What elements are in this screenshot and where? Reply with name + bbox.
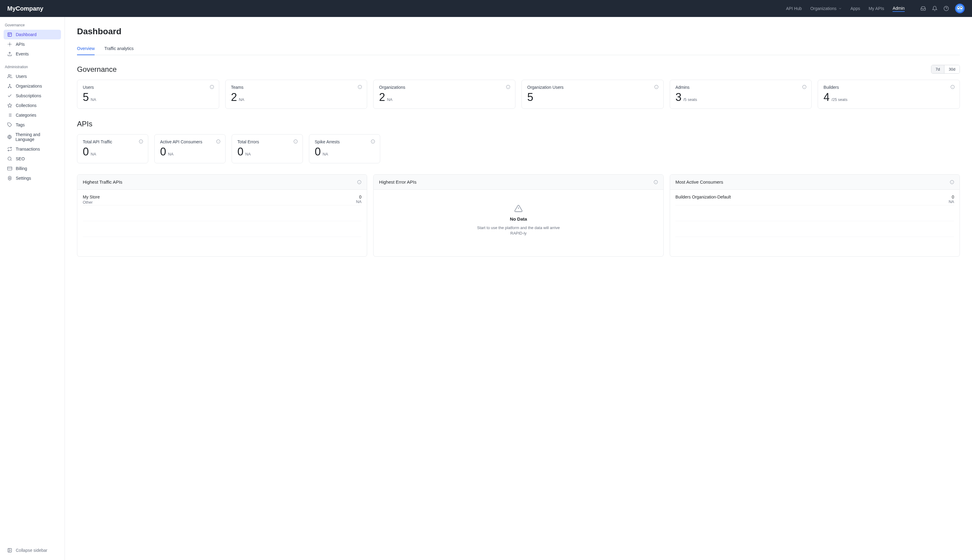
sidebar-item-label: Tags bbox=[16, 122, 25, 127]
sidebar-item-label: Subscriptions bbox=[16, 93, 41, 98]
sidebar-item-seo[interactable]: SEO bbox=[3, 154, 61, 163]
panel-row-empty bbox=[675, 237, 954, 253]
section-header-governance: Governance 7d 30d bbox=[77, 65, 960, 73]
info-icon[interactable] bbox=[506, 85, 510, 89]
svg-point-5 bbox=[9, 43, 10, 45]
sidebar-item-theming[interactable]: Theming and Language bbox=[3, 130, 61, 144]
sidebar-item-collections[interactable]: Collections bbox=[3, 101, 61, 110]
sidebar-item-subscriptions[interactable]: Subscriptions bbox=[3, 91, 61, 101]
metric-organizations: Organizations 2 NA bbox=[373, 80, 515, 109]
info-icon[interactable] bbox=[371, 139, 375, 143]
panel-row[interactable]: My Store Other 0 NA bbox=[83, 190, 361, 205]
page-title: Dashboard bbox=[77, 27, 960, 37]
metric-builders: Builders 4 /25 seats bbox=[818, 80, 960, 109]
list-icon bbox=[7, 113, 12, 118]
tabs: Overview Traffic analytics bbox=[77, 46, 960, 55]
sidebar-item-label: Collections bbox=[16, 103, 37, 108]
info-icon[interactable] bbox=[294, 139, 298, 143]
period-30d[interactable]: 30d bbox=[944, 65, 960, 73]
nav-my-apis[interactable]: My APIs bbox=[868, 6, 884, 11]
sidebar-item-label: Dashboard bbox=[16, 32, 37, 37]
nav-apps[interactable]: Apps bbox=[850, 6, 860, 11]
globe-icon bbox=[7, 135, 12, 139]
empty-title: No Data bbox=[510, 217, 527, 222]
metric-value: 5 bbox=[83, 91, 89, 103]
org-icon bbox=[7, 83, 12, 88]
panels-row: Highest Traffic APIs My Store Other 0 NA bbox=[77, 174, 960, 257]
sidebar-item-label: SEO bbox=[16, 157, 25, 161]
info-icon[interactable] bbox=[210, 85, 214, 89]
brand-logo[interactable]: MyCompany bbox=[7, 5, 43, 12]
nav-admin[interactable]: Admin bbox=[893, 6, 905, 12]
info-icon[interactable] bbox=[802, 85, 807, 89]
info-icon[interactable] bbox=[358, 85, 362, 89]
panel-active-consumers: Most Active Consumers Builders Organizat… bbox=[670, 174, 960, 257]
panel-row[interactable]: Builders Organization-Default 0 NA bbox=[675, 190, 954, 205]
sidebar-item-dashboard[interactable]: Dashboard bbox=[3, 30, 61, 39]
metric-value: 5 bbox=[527, 91, 533, 103]
metric-suffix: NA bbox=[322, 152, 328, 157]
sidebar-item-label: Theming and Language bbox=[15, 132, 57, 142]
credit-card-icon bbox=[7, 166, 12, 171]
panel-row-delta: NA bbox=[356, 199, 361, 204]
info-icon[interactable] bbox=[357, 180, 361, 184]
metric-active-consumers: Active API Consumers 0 NA bbox=[154, 134, 225, 163]
info-icon[interactable] bbox=[216, 139, 220, 143]
info-icon[interactable] bbox=[950, 180, 954, 184]
tab-overview[interactable]: Overview bbox=[77, 46, 95, 55]
sidebar-item-users[interactable]: Users bbox=[3, 72, 61, 81]
metric-teams: Teams 2 NA bbox=[225, 80, 367, 109]
panel-row-delta: NA bbox=[949, 199, 954, 204]
governance-metrics: Users 5 NA Teams 2 NA Organizations bbox=[77, 80, 960, 109]
sidebar-section-administration: Administration bbox=[3, 63, 61, 72]
svg-point-7 bbox=[8, 75, 10, 76]
sidebar-item-billing[interactable]: Billing bbox=[3, 163, 61, 173]
empty-text: Start to use the platform and the data w… bbox=[476, 225, 561, 236]
sidebar-item-label: Users bbox=[16, 74, 27, 79]
user-avatar[interactable] bbox=[955, 3, 965, 13]
section-title-apis: APIs bbox=[77, 120, 960, 128]
header-icon-group bbox=[920, 3, 965, 13]
sidebar-item-categories[interactable]: Categories bbox=[3, 110, 61, 120]
metric-value: 3 bbox=[675, 91, 681, 103]
header-nav: API Hub Organizations Apps My APIs Admin bbox=[786, 3, 965, 13]
collapse-sidebar-button[interactable]: Collapse sidebar bbox=[3, 545, 61, 555]
sidebar-item-label: Settings bbox=[16, 176, 31, 181]
metric-total-errors: Total Errors 0 NA bbox=[232, 134, 303, 163]
tab-traffic-analytics[interactable]: Traffic analytics bbox=[104, 46, 134, 55]
sidebar-item-organizations[interactable]: Organizations bbox=[3, 81, 61, 91]
metric-label: Teams bbox=[231, 85, 362, 90]
nav-api-hub[interactable]: API Hub bbox=[786, 6, 802, 11]
info-icon[interactable] bbox=[654, 180, 658, 184]
top-header: MyCompany API Hub Organizations Apps My … bbox=[0, 0, 972, 17]
sidebar-item-settings[interactable]: Settings bbox=[3, 173, 61, 183]
bell-icon[interactable] bbox=[932, 6, 937, 11]
metric-label: Spike Arrests bbox=[315, 139, 374, 144]
period-7d[interactable]: 7d bbox=[931, 65, 944, 73]
metric-label: Organization Users bbox=[527, 85, 658, 90]
panel-row-sub: Other bbox=[83, 200, 100, 205]
sidebar: Governance Dashboard APIs Events Adminis… bbox=[0, 17, 65, 560]
metric-label: Admins bbox=[675, 85, 806, 90]
sidebar-item-tags[interactable]: Tags bbox=[3, 120, 61, 130]
settings-icon bbox=[7, 176, 12, 181]
svg-line-22 bbox=[11, 160, 12, 161]
sidebar-item-events[interactable]: Events bbox=[3, 49, 61, 59]
help-icon[interactable] bbox=[944, 6, 949, 11]
sidebar-item-label: Categories bbox=[16, 113, 37, 118]
metric-label: Builders bbox=[823, 85, 954, 90]
panel-highest-traffic: Highest Traffic APIs My Store Other 0 NA bbox=[77, 174, 367, 257]
inbox-icon[interactable] bbox=[920, 6, 926, 11]
info-icon[interactable] bbox=[139, 139, 143, 143]
metric-admins: Admins 3 /5 seats bbox=[670, 80, 812, 109]
panel-row-empty bbox=[83, 221, 361, 237]
svg-marker-11 bbox=[8, 103, 12, 107]
info-icon[interactable] bbox=[950, 85, 955, 89]
search-icon bbox=[7, 157, 12, 161]
sidebar-item-transactions[interactable]: Transactions bbox=[3, 144, 61, 154]
info-icon[interactable] bbox=[654, 85, 658, 89]
sidebar-item-apis[interactable]: APIs bbox=[3, 39, 61, 49]
nav-organizations[interactable]: Organizations bbox=[810, 6, 842, 11]
metric-value: 0 bbox=[83, 145, 89, 158]
panel-row-name: Builders Organization-Default bbox=[675, 195, 731, 199]
